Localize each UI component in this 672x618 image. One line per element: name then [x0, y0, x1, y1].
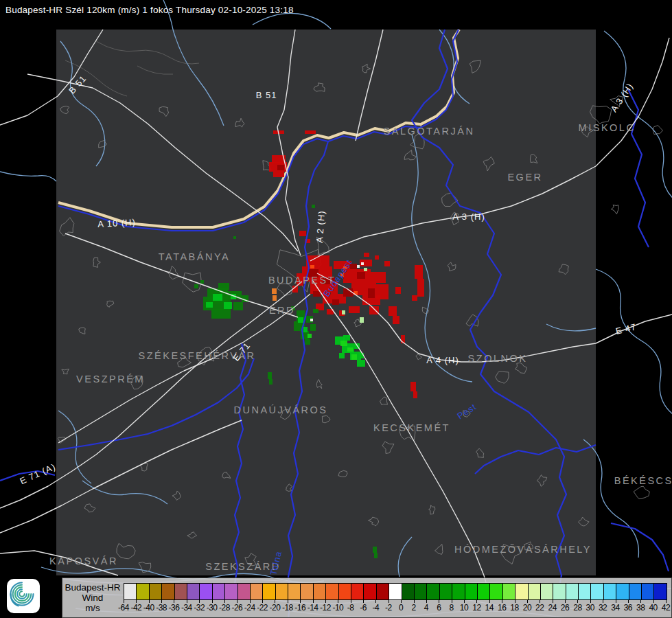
wind-scale-tick-label: 14 [485, 603, 494, 613]
wind-scale-swatch [363, 584, 375, 599]
wind-scale-swatch [288, 584, 300, 599]
wind-scale-tick-label: -2 [385, 603, 392, 613]
wind-scale-swatch [338, 584, 351, 599]
wind-scale-tick-label: -16 [294, 603, 305, 613]
wind-scale-swatch [528, 584, 540, 599]
wind-scale-swatch [161, 584, 174, 599]
wind-scale-tick-label: -6 [360, 603, 367, 613]
wind-scale-swatch [174, 584, 187, 599]
legend-quantity-label: Wind [62, 593, 123, 603]
wind-scale-swatch [439, 584, 452, 599]
wind-scale-swatch [603, 584, 616, 599]
wind-scale-swatch [502, 584, 515, 599]
wind-scale-tick-label: 0 [399, 603, 403, 613]
legend-title: Budapest-HR Wind m/s [62, 582, 123, 613]
wind-color-scale [124, 583, 667, 600]
wind-scale-tick-label: 42 [662, 603, 670, 613]
wind-scale-tick-label: 26 [561, 603, 569, 613]
wind-scale-tick-label: -14 [308, 603, 318, 613]
wind-scale-swatch [540, 584, 553, 599]
wind-scale-swatch [199, 584, 211, 599]
wind-scale-tick-label: 18 [510, 603, 518, 613]
wind-scale-swatch [275, 584, 288, 599]
map-title: Budapest-HR Szél 120km (m/s) 1 fokos Thu… [5, 5, 294, 15]
wind-scale-tick-label: -38 [156, 603, 167, 613]
wind-scale-swatch [187, 584, 199, 599]
radar-app-window: Budapest-HR Szél 120km (m/s) 1 fokos Thu… [0, 0, 672, 618]
wind-scale-swatch [124, 584, 136, 599]
wind-scale-tick-label: -42 [130, 603, 141, 613]
wind-scale-tick-label: -18 [282, 603, 293, 613]
wind-scale-swatch [590, 584, 603, 599]
wind-scale-tick-label: -28 [219, 603, 230, 613]
legend-product-label: Budapest-HR [62, 582, 123, 593]
wind-scale-tick-label: 24 [548, 603, 556, 613]
wind-scale-tick-label: -40 [143, 603, 154, 613]
wind-scale-swatch [313, 584, 325, 599]
wind-scale-tick-label: -30 [207, 603, 218, 613]
wind-scale-swatch [629, 584, 641, 599]
wind-scale-tick-label: 8 [450, 603, 454, 613]
wind-scale-swatch [224, 584, 237, 599]
wind-scale-tick-label: -20 [270, 603, 281, 613]
wind-scale-tick-label: -26 [231, 603, 242, 613]
wind-scale-swatch [553, 584, 565, 599]
wind-scale-swatch [653, 584, 666, 599]
wind-scale-tick-label: -32 [194, 603, 205, 613]
wind-scale-tick-label: 12 [472, 603, 480, 613]
legend-unit-label: m/s [62, 603, 123, 613]
wind-scale-swatch [616, 584, 628, 599]
wind-scale-swatch [414, 584, 426, 599]
wind-scale-swatch [641, 584, 653, 599]
wind-scale-tick-label: 16 [498, 603, 506, 613]
wind-scale-tick-label: 38 [636, 603, 645, 613]
wind-scale-tick-label: 10 [460, 603, 468, 613]
wind-scale-tick-label: 4 [424, 603, 428, 613]
wind-scale-swatch [250, 584, 262, 599]
wind-scale-swatch [262, 584, 275, 599]
wind-scale-swatch [402, 584, 414, 599]
wind-scale-tick-label: 20 [523, 603, 531, 613]
wind-scale-swatch [465, 584, 477, 599]
wind-scale-swatch [212, 584, 224, 599]
wind-scale-tick-label: 2 [411, 603, 415, 613]
wind-scale-tick-label: -34 [181, 603, 192, 613]
wind-scale-swatch [426, 584, 439, 599]
wind-scale-tick-label: 22 [535, 603, 544, 613]
wind-scale-swatch [237, 584, 250, 599]
wind-scale-tick-label: -22 [257, 603, 268, 613]
wind-scale-swatch [376, 584, 389, 599]
wind-scale-tick-label: -12 [320, 603, 331, 613]
wind-scale-swatch [389, 584, 401, 599]
wind-scale-tick-label: 36 [624, 603, 632, 613]
wind-scale-swatch [515, 584, 527, 599]
wind-scale-swatch [325, 584, 338, 599]
wind-scale-tick-label: 28 [573, 603, 581, 613]
wind-scale-swatch [300, 584, 312, 599]
wind-scale-tick-label: -8 [347, 603, 354, 613]
wind-scale-ticks: -64-42-40-38-36-34-32-30-28-26-24-22-20-… [124, 599, 666, 616]
wind-scale-tick-label: -64 [118, 603, 129, 613]
wind-scale-swatch [566, 584, 578, 599]
wind-scale-tick-label: -10 [332, 603, 343, 613]
radar-map[interactable] [0, 0, 672, 618]
wind-scale-tick-label: -4 [373, 603, 380, 613]
legend-panel: Budapest-HR Wind m/s -64-42-40-38-36-34-… [62, 577, 672, 618]
wind-scale-tick-label: 34 [611, 603, 619, 613]
app-logo[interactable] [7, 579, 40, 613]
wind-scale-swatch [489, 584, 502, 599]
wind-scale-tick-label: 32 [599, 603, 607, 613]
wind-scale-tick-label: 30 [586, 603, 594, 613]
wind-scale-tick-label: -24 [244, 603, 255, 613]
wind-scale-swatch [351, 584, 363, 599]
wind-scale-tick-label: 40 [649, 603, 657, 613]
spiral-icon [7, 579, 37, 609]
wind-scale-swatch [136, 584, 148, 599]
wind-scale-swatch [477, 584, 489, 599]
wind-scale-tick-label: 6 [437, 603, 441, 613]
wind-scale-swatch [149, 584, 161, 599]
wind-scale-tick-label: -36 [169, 603, 180, 613]
wind-scale-swatch [452, 584, 464, 599]
wind-scale-swatch [578, 584, 590, 599]
